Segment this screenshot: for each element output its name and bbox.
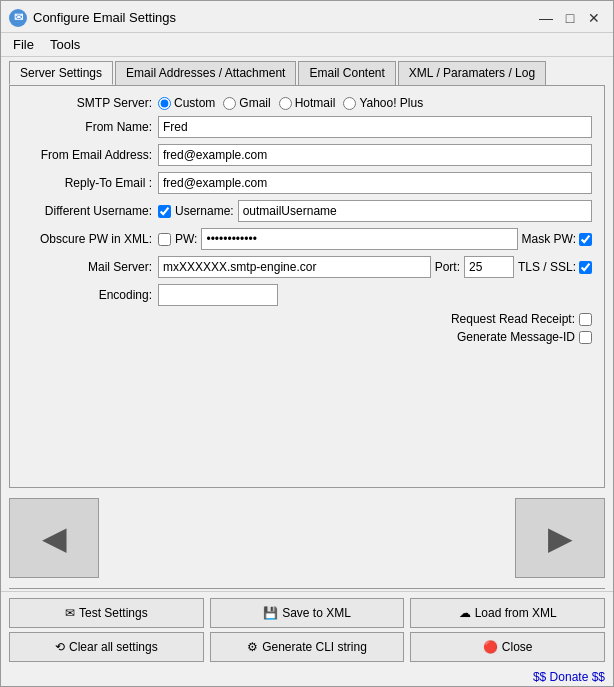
save-icon: 💾: [263, 606, 278, 620]
bottom-buttons: ✉ Test Settings 💾 Save to XML ☁ Load fro…: [1, 591, 613, 668]
from-name-input[interactable]: [158, 116, 592, 138]
smtp-option-hotmail[interactable]: Hotmail: [279, 96, 336, 110]
reply-to-label: Reply-To Email :: [22, 176, 152, 190]
smtp-radio-custom[interactable]: [158, 97, 171, 110]
smtp-option-gmail[interactable]: Gmail: [223, 96, 270, 110]
pw-group: PW: Mask PW:: [158, 228, 592, 250]
port-input[interactable]: [464, 256, 514, 278]
mail-server-row: Mail Server: Port: TLS / SSL:: [22, 256, 592, 278]
clear-all-button[interactable]: ⟲ Clear all settings: [9, 632, 204, 662]
obscure-pw-row: Obscure PW in XML: PW: Mask PW:: [22, 228, 592, 250]
from-email-row: From Email Address:: [22, 144, 592, 166]
tab-bar: Server Settings Email Addresses / Attach…: [1, 57, 613, 85]
close-window-button[interactable]: ✕: [583, 7, 605, 29]
btn-row-2: ⟲ Clear all settings ⚙ Generate CLI stri…: [9, 632, 605, 662]
message-id-checkbox[interactable]: [579, 331, 592, 344]
diff-username-checkbox[interactable]: [158, 205, 171, 218]
generate-icon: ⚙: [247, 640, 258, 654]
nav-area: ◀ ▶: [1, 488, 613, 588]
username-input[interactable]: [238, 200, 592, 222]
tab-xml-params[interactable]: XML / Paramaters / Log: [398, 61, 546, 85]
menu-file[interactable]: File: [5, 35, 42, 54]
btn-row-1: ✉ Test Settings 💾 Save to XML ☁ Load fro…: [9, 598, 605, 628]
reply-to-row: Reply-To Email :: [22, 172, 592, 194]
close-button[interactable]: 🔴 Close: [410, 632, 605, 662]
read-receipt-checkbox[interactable]: [579, 313, 592, 326]
main-window: ✉ Configure Email Settings — □ ✕ File To…: [0, 0, 614, 687]
tab-email-content[interactable]: Email Content: [298, 61, 395, 85]
diff-username-label: Different Username:: [22, 204, 152, 218]
mask-pw-checkbox[interactable]: [579, 233, 592, 246]
smtp-server-label: SMTP Server:: [22, 96, 152, 110]
from-name-label: From Name:: [22, 120, 152, 134]
mail-server-label: Mail Server:: [22, 260, 152, 274]
message-id-label: Generate Message-ID: [457, 330, 575, 344]
divider: [9, 588, 605, 589]
port-label: Port:: [435, 260, 460, 274]
reply-to-input[interactable]: [158, 172, 592, 194]
tab-server-settings[interactable]: Server Settings: [9, 61, 113, 85]
smtp-radio-yahoo[interactable]: [343, 97, 356, 110]
donate-area[interactable]: $$ Donate $$: [1, 668, 613, 686]
read-receipt-label: Request Read Receipt:: [451, 312, 575, 326]
username-label: Username:: [175, 204, 234, 218]
minimize-button[interactable]: —: [535, 7, 557, 29]
load-from-xml-button[interactable]: ☁ Load from XML: [410, 598, 605, 628]
tls-ssl-checkbox[interactable]: [579, 261, 592, 274]
smtp-radio-hotmail[interactable]: [279, 97, 292, 110]
window-title: Configure Email Settings: [33, 10, 535, 25]
menu-bar: File Tools: [1, 33, 613, 57]
save-to-xml-button[interactable]: 💾 Save to XML: [210, 598, 405, 628]
diff-username-row: Different Username: Username:: [22, 200, 592, 222]
clear-icon: ⟲: [55, 640, 65, 654]
test-settings-button[interactable]: ✉ Test Settings: [9, 598, 204, 628]
obscure-pw-checkbox[interactable]: [158, 233, 171, 246]
smtp-option-yahoo[interactable]: Yahoo! Plus: [343, 96, 423, 110]
encoding-label: Encoding:: [22, 288, 152, 302]
obscure-pw-label: Obscure PW in XML:: [22, 232, 152, 246]
mailserver-group: Port: TLS / SSL:: [158, 256, 592, 278]
encoding-row: Encoding:: [22, 284, 592, 306]
tab-content-server: SMTP Server: Custom Gmail Hotmail Yahoo!…: [9, 85, 605, 488]
test-icon: ✉: [65, 606, 75, 620]
mask-pw-label: Mask PW:: [522, 232, 592, 246]
load-icon: ☁: [459, 606, 471, 620]
smtp-option-custom[interactable]: Custom: [158, 96, 215, 110]
message-id-row: Generate Message-ID: [22, 330, 592, 344]
smtp-server-row: SMTP Server: Custom Gmail Hotmail Yahoo!…: [22, 96, 592, 110]
smtp-radio-gmail[interactable]: [223, 97, 236, 110]
read-receipt-row: Request Read Receipt:: [22, 312, 592, 326]
from-name-row: From Name:: [22, 116, 592, 138]
username-group: Username:: [158, 200, 592, 222]
app-icon: ✉: [9, 9, 27, 27]
donate-link[interactable]: $$ Donate $$: [533, 670, 605, 684]
from-email-label: From Email Address:: [22, 148, 152, 162]
pw-input[interactable]: [201, 228, 517, 250]
close-icon: 🔴: [483, 640, 498, 654]
tab-email-addresses[interactable]: Email Addresses / Attachment: [115, 61, 296, 85]
next-button[interactable]: ▶: [515, 498, 605, 578]
maximize-button[interactable]: □: [559, 7, 581, 29]
generate-cli-button[interactable]: ⚙ Generate CLI string: [210, 632, 405, 662]
prev-button[interactable]: ◀: [9, 498, 99, 578]
mail-server-input[interactable]: [158, 256, 431, 278]
window-controls: — □ ✕: [535, 7, 605, 29]
smtp-radio-group: Custom Gmail Hotmail Yahoo! Plus: [158, 96, 592, 110]
title-bar: ✉ Configure Email Settings — □ ✕: [1, 1, 613, 33]
menu-tools[interactable]: Tools: [42, 35, 88, 54]
tls-ssl-label: TLS / SSL:: [518, 260, 592, 274]
from-email-input[interactable]: [158, 144, 592, 166]
encoding-input[interactable]: [158, 284, 278, 306]
pw-label: PW:: [175, 232, 197, 246]
